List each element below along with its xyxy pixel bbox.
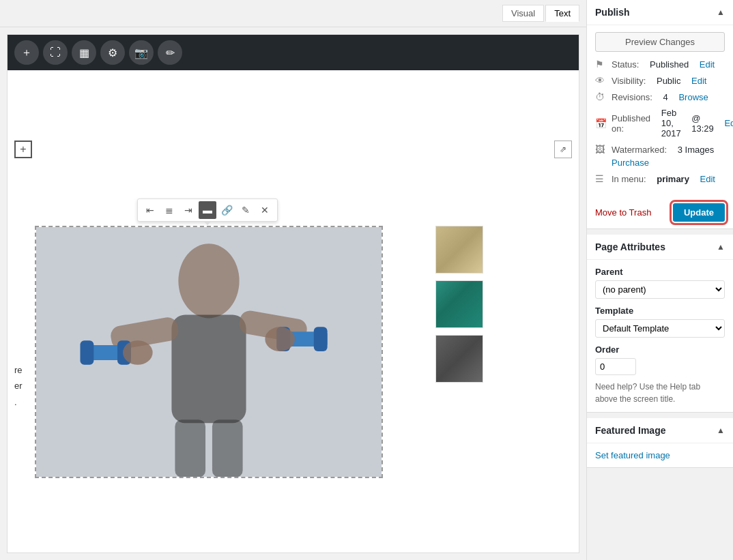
move-to-trash-link[interactable]: Move to Trash	[595, 207, 651, 218]
gallery-toolbar-btn[interactable]: ▦	[72, 40, 96, 65]
publish-collapse-arrow: ▲	[717, 8, 725, 17]
editor-tabs: Visual Text	[502, 5, 579, 22]
thumb-shoes-image	[436, 281, 483, 327]
publish-panel: Publish ▲ Preview Changes ⚑ Status: Publ…	[587, 0, 733, 229]
status-edit-link[interactable]: Edit	[700, 59, 715, 70]
edit-btn[interactable]: ✎	[237, 201, 255, 219]
menu-edit-link[interactable]: Edit	[700, 174, 715, 184]
fitness-svg	[36, 227, 382, 477]
menu-label: In menu:	[612, 174, 646, 184]
sidebar: Publish ▲ Preview Changes ⚑ Status: Publ…	[586, 0, 733, 560]
published-row: 📅 Published on: Feb 10, 2017 @ 13:29 Edi…	[595, 108, 725, 138]
watermarked-value: 3 Images	[678, 145, 714, 155]
svg-point-1	[178, 244, 239, 318]
publish-panel-title: Publish	[595, 7, 630, 18]
thumb-1[interactable]	[435, 226, 483, 274]
revisions-browse-link[interactable]: Browse	[678, 92, 708, 102]
add-block-button[interactable]: +	[14, 141, 32, 158]
menu-value: primary	[657, 174, 689, 184]
publish-panel-header[interactable]: Publish ▲	[587, 0, 733, 25]
text-snippet-2: er	[14, 378, 23, 394]
published-edit-link[interactable]: Edit	[724, 118, 733, 128]
order-label: Order	[595, 344, 725, 355]
camera-icon: 📷	[134, 46, 148, 59]
image-toolbar-btn[interactable]: ⛶	[43, 40, 68, 65]
pen-toolbar-btn[interactable]: ✏	[158, 40, 182, 65]
tab-text[interactable]: Text	[545, 5, 579, 22]
link-icon: 🔗	[221, 205, 233, 216]
align-right-btn[interactable]: ⇥	[179, 201, 197, 219]
page-attributes-collapse: ▲	[717, 242, 725, 252]
publish-panel-content: Preview Changes ⚑ Status: Published Edit…	[587, 25, 733, 196]
publish-action-row: Move to Trash Update	[587, 196, 733, 229]
align-full-icon: ▬	[203, 205, 212, 216]
revisions-row: ⏱ Revisions: 4 Browse	[595, 91, 725, 102]
published-time: @ 13:29	[691, 113, 714, 134]
visibility-label: Visibility:	[612, 76, 646, 86]
page-attributes-header[interactable]: Page Attributes ▲	[587, 235, 733, 260]
settings-toolbar-btn[interactable]: ⚙	[100, 40, 125, 65]
preview-changes-button[interactable]: Preview Changes	[595, 32, 725, 52]
add-block-toolbar-btn[interactable]: ＋	[14, 40, 39, 65]
close-icon: ✕	[261, 205, 269, 216]
thumb-gym-image	[436, 226, 483, 273]
text-snippet-3: .	[14, 394, 23, 410]
help-text: Need help? Use the Help tab above the sc…	[595, 381, 725, 405]
close-inline-btn[interactable]: ✕	[256, 201, 274, 219]
status-row: ⚑ Status: Published Edit	[595, 59, 725, 70]
order-input[interactable]	[595, 358, 636, 375]
svg-rect-13	[175, 419, 205, 477]
align-center-icon: ≣	[165, 205, 173, 216]
gear-icon: ⚙	[108, 46, 117, 59]
add-icon: ＋	[21, 46, 32, 60]
pen-icon: ✏	[166, 46, 175, 59]
eye-icon: 👁	[595, 75, 607, 86]
visibility-value: Public	[657, 76, 680, 86]
main-image-container[interactable]: © fotolia © fotolia © fotolia © fotolia …	[35, 226, 383, 478]
thumb-2[interactable]	[435, 280, 483, 328]
parent-select[interactable]: (no parent)	[595, 280, 725, 299]
thumb-3[interactable]	[435, 335, 483, 383]
svg-point-11	[123, 340, 153, 365]
visibility-edit-link[interactable]: Edit	[691, 76, 706, 86]
align-center-btn[interactable]: ≣	[160, 201, 178, 219]
thumbnail-sidebar	[435, 226, 483, 383]
inline-toolbar: ⇤ ≣ ⇥ ▬ 🔗 ✎ ✕	[137, 198, 278, 222]
set-featured-image-link[interactable]: Set featured image	[595, 450, 670, 460]
align-left-icon: ⇤	[146, 205, 154, 216]
expand-icon: ⇗	[560, 145, 566, 154]
featured-image-header[interactable]: Featured Image ▲	[587, 418, 733, 443]
page-attributes-panel: Page Attributes ▲ Parent (no parent) Tem…	[587, 235, 733, 413]
watermarked-row: 🖼 Watermarked: 3 Images	[595, 144, 725, 155]
update-button[interactable]: Update	[673, 203, 725, 222]
gallery-icon: ▦	[79, 46, 89, 59]
expand-button[interactable]: ⇗	[554, 141, 572, 158]
svg-point-12	[265, 327, 295, 351]
camera-toolbar-btn[interactable]: 📷	[129, 40, 154, 65]
published-date: Feb 10, 2017	[661, 108, 681, 138]
calendar-icon: 📅	[595, 118, 607, 129]
align-left-btn[interactable]: ⇤	[141, 201, 159, 219]
menu-row: ☰ In menu: primary Edit	[595, 173, 725, 184]
editor-top-bar: Visual Text	[0, 0, 586, 27]
template-label: Template	[595, 306, 725, 316]
purchase-link[interactable]: Purchase	[612, 158, 649, 168]
flag-icon: ⚑	[595, 59, 607, 70]
link-btn[interactable]: 🔗	[218, 201, 235, 219]
svg-rect-2	[171, 314, 246, 423]
align-right-icon: ⇥	[184, 205, 192, 216]
image-icon-sidebar: 🖼	[595, 144, 607, 155]
published-label: Published on:	[612, 113, 650, 134]
visibility-row: 👁 Visibility: Public Edit	[595, 75, 725, 86]
template-select[interactable]: Default Template	[595, 319, 725, 338]
tab-visual[interactable]: Visual	[502, 5, 544, 22]
edit-pencil-icon: ✎	[242, 205, 250, 216]
parent-label: Parent	[595, 267, 725, 277]
svg-rect-6	[80, 340, 94, 365]
fitness-image: © fotolia © fotolia © fotolia © fotolia …	[36, 227, 382, 477]
featured-image-title: Featured Image	[595, 425, 665, 436]
align-full-btn[interactable]: ▬	[199, 201, 216, 219]
left-text-area: re er .	[14, 362, 23, 410]
revisions-value: 4	[663, 92, 668, 102]
featured-image-panel: Featured Image ▲ Set featured image	[587, 418, 733, 468]
